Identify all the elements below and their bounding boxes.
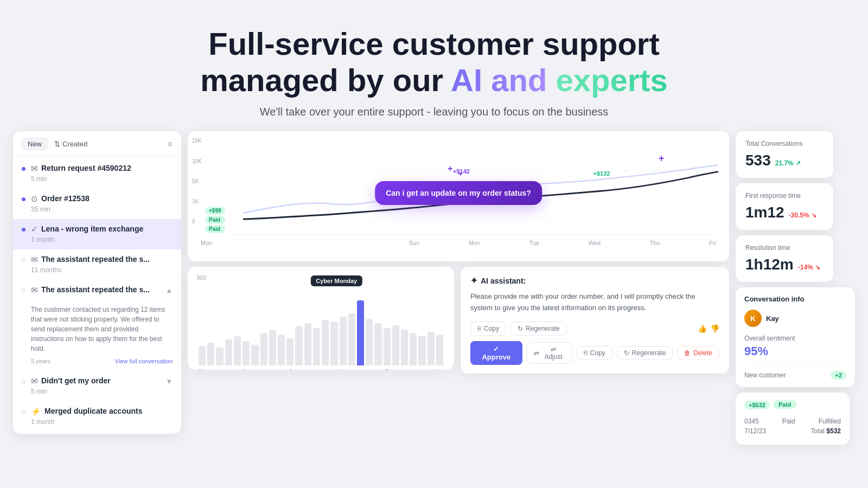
sentiment-value: 95% [744, 344, 846, 358]
read-dot [22, 380, 25, 383]
order-paid-badge: Paid [773, 400, 796, 409]
plus-marker: + [659, 153, 665, 164]
right-column: Total Conversations 533 21.7% ↗ First re… [736, 131, 855, 445]
sort-button[interactable]: ⇅ Created [54, 140, 87, 148]
payment-badge: +$99 [205, 207, 225, 215]
order-row: 0345 Paid Fulfilled [744, 418, 841, 425]
regenerate-icon-2: ↻ [624, 349, 629, 357]
thumbs-up-button[interactable]: 👍 [698, 324, 707, 333]
filter-icon[interactable]: ≡ [168, 139, 173, 149]
conversation-list: ✉ Return request #4590212 5 min ⊙ Order … [13, 156, 181, 434]
list-item[interactable]: ✉ The assistant repeated the s... 11 mon… [13, 249, 181, 280]
thumbs-down-button[interactable]: 👎 [710, 324, 719, 333]
read-dot [22, 288, 25, 292]
ai-assistant-panel: ✦ AI assistant: Please provide me with y… [461, 267, 729, 374]
unread-dot [22, 228, 25, 232]
hero-subtitle: We'll take over your entire support - le… [0, 106, 868, 118]
payment-badge: Paid [205, 216, 225, 224]
unread-dot [22, 197, 25, 201]
plus-marker: + [448, 164, 452, 174]
list-item[interactable]: ⚡ Merged duplicate accounts 1 month [13, 401, 181, 432]
copy-button-2[interactable]: ⎘ Copy [577, 346, 612, 360]
total-conversations-card: Total Conversations 533 21.7% ↗ [736, 131, 833, 178]
stat-value: 533 [745, 152, 771, 169]
resolution-time-card: Resolution time 1h12m -14% ↘ [736, 235, 833, 282]
new-customer-row: New customer +2 [744, 365, 846, 380]
order-row: 7/12/23 Total $532 [744, 427, 841, 435]
panel-header: New ⇅ Created ≡ [13, 131, 181, 156]
regenerate-icon: ↻ [518, 325, 523, 332]
view-full-conversation-link[interactable]: View full conversation [115, 358, 173, 364]
email-icon: ✉ [31, 376, 38, 386]
stat-label: First response time [745, 192, 824, 200]
stat-value: 1m12 [745, 204, 784, 221]
email-icon: ✉ [31, 285, 38, 295]
ai-response-text: Please provide me with your order number… [470, 291, 719, 314]
expand-icon[interactable]: ▼ [165, 377, 173, 386]
merge-icon: ⚡ [31, 407, 41, 416]
hero-section: Full-service customer support managed by… [0, 0, 868, 131]
order-amount-badge: +$532 [744, 401, 770, 409]
agent-name: Kay [766, 314, 779, 323]
stat-change: -14% ↘ [798, 264, 820, 271]
list-item[interactable]: ✓ Lena - wrong item exchange 1 month [13, 219, 181, 249]
delete-button[interactable]: 🗑 Delete [677, 346, 719, 360]
bottom-row: Cyber Monday 300 [188, 267, 729, 374]
first-response-card: First response time 1m12 -30.5% ↘ [736, 183, 833, 230]
list-item[interactable]: ✉ The assistant repeated the s... ▲ [13, 280, 181, 300]
conv-info-title: Conversation info [744, 295, 846, 303]
approve-button[interactable]: ✓ Approve [470, 341, 522, 365]
list-item[interactable]: ✉ Return request #4590212 5 min [13, 158, 181, 189]
middle-panel: 15K 10K 5K 1K 0 +$99 Paid Paid +$142 + +… [188, 131, 729, 374]
line-chart-panel: 15K 10K 5K 1K 0 +$99 Paid Paid +$142 + +… [188, 131, 729, 261]
ai-bottom-actions: ✓ Approve ⇌ ⇌ Adjust ⎘ Copy ↻ Regenerate [470, 341, 719, 365]
trash-icon: 🗑 [684, 349, 691, 357]
list-item[interactable]: ⊙ Order #12538 35 min [13, 189, 181, 219]
stat-value: 1h12m [745, 256, 794, 273]
chart-x-axis: Mon Sun Mon Tue Wed Thu Fri [199, 240, 718, 246]
stat-label: Total Conversations [745, 140, 824, 147]
bar-x-labels: Fri Sta Sun Mon Tue Wed [196, 369, 445, 370]
new-customer-badge: +2 [831, 371, 846, 380]
check-icon: ✓ [31, 224, 38, 234]
order-icon: ⊙ [31, 194, 38, 204]
sentiment-label: Overall sentiment [744, 335, 846, 342]
conversation-info-panel: Conversation info K Kay Overall sentimen… [736, 287, 855, 387]
ai-header: ✦ AI assistant: [470, 275, 719, 286]
plus-marker: + [458, 170, 462, 178]
expand-icon[interactable]: ▲ [165, 286, 173, 294]
adjust-button[interactable]: ⇌ ⇌ Adjust [527, 342, 572, 364]
email-icon: ✉ [31, 164, 38, 174]
adjust-icon: ⇌ [534, 349, 539, 357]
regenerate-button-2[interactable]: ↻ Regenerate [617, 346, 673, 360]
copy-icon-2: ⎘ [584, 349, 588, 357]
cyber-monday-badge: Cyber Monday [310, 275, 362, 286]
ai-action-row: ⎘ Copy ↻ Regenerate 👍 👎 [470, 322, 719, 336]
avatar: K [744, 310, 762, 327]
chat-bubble: Can i get an update on my order status? [375, 181, 542, 205]
payment-badge: Paid [205, 225, 225, 233]
price-label: +$132 [593, 170, 610, 177]
expanded-conversation: The customer contacted us regarding 12 i… [13, 300, 181, 371]
stats-panel: Total Conversations 533 21.7% ↗ First re… [736, 131, 833, 282]
copy-icon: ⎘ [477, 325, 481, 332]
bar-chart-bars [196, 300, 445, 365]
new-badge[interactable]: New [22, 138, 48, 150]
hero-ai-text: AI and [451, 62, 547, 98]
read-dot [22, 410, 25, 414]
conversation-list-panel: New ⇅ Created ≡ ✉ Return request #459021… [13, 131, 181, 434]
list-item[interactable]: ✉ Didn't get my order ▼ 5 min [13, 371, 181, 401]
bar-chart-panel: Cyber Monday 300 [188, 267, 454, 370]
regenerate-button[interactable]: ↻ Regenerate [510, 322, 567, 336]
read-dot [22, 258, 25, 262]
thumbs-area: 👍 👎 [698, 324, 719, 333]
hero-title: Full-service customer support managed by… [0, 26, 868, 98]
order-panel: +$532 Paid 0345 Paid Fulfilled 7/12/23 T… [736, 393, 850, 445]
hero-experts-text: experts [556, 62, 667, 98]
stat-change: 21.7% ↗ [775, 159, 801, 167]
agent-row: K Kay [744, 310, 846, 327]
unread-dot [22, 167, 25, 171]
copy-button[interactable]: ⎘ Copy [470, 322, 506, 336]
chart-y-axis: 15K 10K 5K 1K 0 [192, 138, 202, 224]
stat-label: Resolution time [745, 244, 824, 252]
